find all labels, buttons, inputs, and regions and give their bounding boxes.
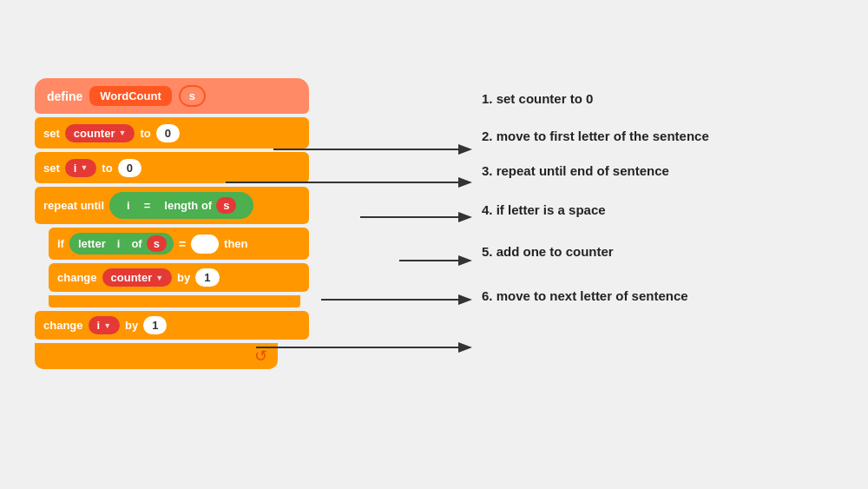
annotation-row-1: 1. set counter to 0 bbox=[482, 78, 709, 118]
counter-variable-pill[interactable]: counter ▼ bbox=[65, 124, 135, 142]
annotation-desc-1: set counter to 0 bbox=[496, 91, 594, 106]
length-of-pill: length of s bbox=[155, 195, 245, 216]
i-value-pill: 0 bbox=[118, 159, 141, 177]
annotation-row-4: 4. if letter is a space bbox=[482, 188, 709, 231]
change-i-block: change i ▼ by 1 bbox=[35, 311, 309, 340]
change-counter-arrow: ▼ bbox=[155, 274, 163, 282]
annotation-num-5: 5. bbox=[482, 244, 493, 259]
counter-dropdown-arrow: ▼ bbox=[118, 129, 126, 137]
i-inner-pill: i bbox=[118, 197, 139, 214]
annotation-num-3: 3. bbox=[482, 163, 493, 178]
param-s-pill: s bbox=[179, 85, 206, 107]
if-s-pill: s bbox=[147, 235, 167, 252]
letter-text: letter bbox=[78, 237, 106, 250]
then-label: then bbox=[224, 237, 247, 250]
change-label-2: change bbox=[43, 319, 83, 332]
to-label-1: to bbox=[140, 127, 150, 140]
change-counter-pill[interactable]: counter ▼ bbox=[102, 268, 173, 287]
space-oval bbox=[191, 235, 219, 254]
define-label: define bbox=[47, 89, 82, 103]
annotation-desc-2: move to first letter of the sentence bbox=[496, 129, 709, 143]
i-variable-text: i bbox=[74, 162, 77, 175]
annotation-text-4: 4. if letter is a space bbox=[482, 202, 606, 217]
change-label-1: change bbox=[57, 271, 97, 284]
change-counter-block: change counter ▼ by 1 bbox=[49, 263, 309, 292]
if-block: if letter i of s = then bbox=[49, 228, 309, 260]
annotation-num-4: 4. bbox=[482, 202, 493, 217]
set-i-block: set i ▼ to 0 bbox=[35, 152, 309, 183]
annotation-text-5: 5. add one to counter bbox=[482, 244, 614, 259]
annotation-num-1: 1. bbox=[482, 91, 493, 106]
annotation-text-2: 2. move to first letter of the sentence bbox=[482, 129, 709, 143]
if-i-pill: i bbox=[110, 235, 128, 252]
annotation-num-6: 6. bbox=[482, 288, 493, 303]
annotation-row-3: 3. repeat until end of sentence bbox=[482, 153, 709, 188]
repeat-until-block: repeat until i = length of s bbox=[35, 187, 309, 224]
s-inner-pill: s bbox=[216, 197, 236, 214]
annotation-row-2: 2. move to first letter of the sentence bbox=[482, 118, 709, 153]
to-label-2: to bbox=[102, 162, 112, 175]
change-counter-value-pill: 1 bbox=[195, 268, 219, 287]
set-label-2: set bbox=[43, 162, 60, 175]
change-counter-text: counter bbox=[111, 271, 153, 284]
i-value: 0 bbox=[127, 162, 133, 175]
change-counter-value: 1 bbox=[204, 271, 210, 284]
letter-i-of-s-pill: letter i of s bbox=[69, 233, 174, 254]
define-block: define WordCount s bbox=[35, 78, 309, 114]
annotation-texts: 1. set counter to 0 2. move to first let… bbox=[482, 78, 709, 320]
if-closing-strip bbox=[49, 295, 300, 307]
if-equals: = bbox=[179, 237, 186, 251]
wordcount-pill: WordCount bbox=[89, 86, 172, 106]
by-label-1: by bbox=[177, 271, 190, 284]
change-i-value: 1 bbox=[152, 319, 158, 332]
counter-variable-text: counter bbox=[74, 127, 115, 140]
annotation-text-3: 3. repeat until end of sentence bbox=[482, 163, 669, 178]
loop-arrow-icon: ↺ bbox=[254, 347, 267, 366]
if-label: if bbox=[57, 237, 64, 250]
change-i-pill[interactable]: i ▼ bbox=[89, 316, 121, 334]
annotation-desc-3: repeat until end of sentence bbox=[496, 163, 669, 178]
annotation-text-6: 6. move to next letter of sentence bbox=[482, 288, 688, 303]
annotation-text-1: 1. set counter to 0 bbox=[482, 91, 593, 106]
length-of-text: length of bbox=[164, 199, 212, 212]
repeat-until-label: repeat until bbox=[43, 199, 104, 212]
blocks-area: define WordCount s set counter ▼ to 0 se… bbox=[35, 78, 309, 369]
of-text: of bbox=[131, 237, 141, 250]
main-canvas: define WordCount s set counter ▼ to 0 se… bbox=[0, 0, 868, 489]
loop-bottom-block: ↺ bbox=[35, 343, 278, 369]
by-label-2: by bbox=[125, 319, 138, 332]
annotation-row-5: 5. add one to counter bbox=[482, 231, 709, 272]
change-i-arrow: ▼ bbox=[103, 321, 111, 330]
counter-value: 0 bbox=[165, 127, 171, 140]
annotation-desc-4: if letter is a space bbox=[496, 202, 606, 217]
set-counter-block: set counter ▼ to 0 bbox=[35, 117, 309, 149]
equals-sign-repeat: = bbox=[144, 199, 151, 212]
annotation-num-2: 2. bbox=[482, 129, 493, 143]
annotation-desc-6: move to next letter of sentence bbox=[496, 288, 688, 303]
function-name: WordCount bbox=[100, 89, 161, 102]
change-i-value-pill: 1 bbox=[143, 316, 167, 334]
counter-value-pill: 0 bbox=[156, 124, 180, 142]
i-variable-pill[interactable]: i ▼ bbox=[65, 159, 97, 177]
annotation-row-6: 6. move to next letter of sentence bbox=[482, 272, 709, 320]
i-dropdown-arrow: ▼ bbox=[80, 163, 88, 172]
set-label: set bbox=[43, 127, 60, 140]
annotation-desc-5: add one to counter bbox=[496, 244, 614, 259]
change-i-text: i bbox=[97, 319, 101, 332]
i-equals-length-pill: i = length of s bbox=[109, 192, 253, 219]
